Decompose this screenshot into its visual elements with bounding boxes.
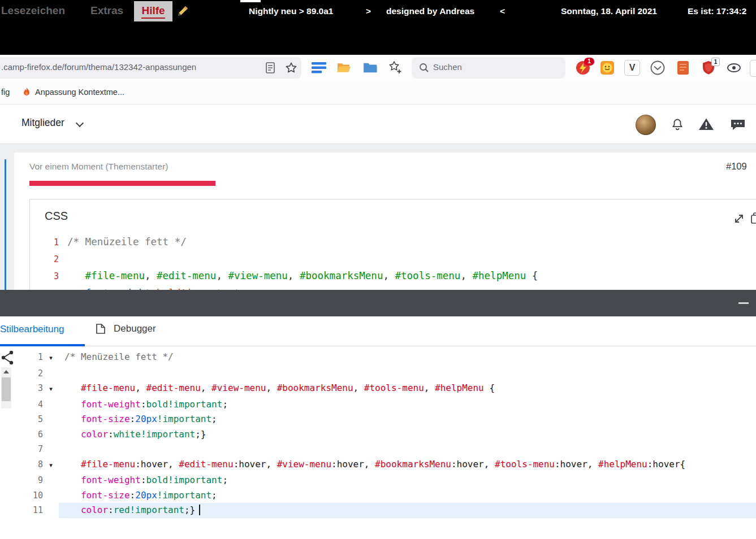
navigation-toolbar: .camp-firefox.de/forum/thema/132342-anpa… xyxy=(0,55,756,81)
code-line-5[interactable]: 5 font-size:20px!important; xyxy=(0,412,756,427)
window-title-version: Nightly neu > 89.0a1 xyxy=(249,6,333,16)
extension-icon-orange-doc[interactable] xyxy=(675,60,691,76)
orange-doc-icon xyxy=(675,60,691,76)
post-number[interactable]: #109 xyxy=(726,161,747,172)
url-bar[interactable]: .camp-firefox.de/forum/thema/132342-anpa… xyxy=(0,57,301,79)
extension-icon-cut[interactable] xyxy=(750,60,756,77)
menu-bar: Lesezeichen Extras Hilfe Nightly neu > 8… xyxy=(0,0,756,55)
chevron-down-icon xyxy=(76,119,84,127)
flame-icon xyxy=(21,86,32,98)
extension-icon-red-bolt[interactable]: 1 xyxy=(575,60,591,76)
bookmark-star-icon[interactable] xyxy=(286,62,297,73)
minimize-icon[interactable] xyxy=(738,302,749,304)
window-drag-indicator xyxy=(240,0,261,2)
text-cursor xyxy=(199,505,200,515)
bookmark-item-anpassung[interactable]: Anpassung Kontextme... xyxy=(35,88,124,97)
code-line-1[interactable]: 1▾/* Menüzeile fett */ xyxy=(0,350,756,366)
code-line-6[interactable]: 6 color:white!important;} xyxy=(0,427,756,442)
devtools-panel: Stilbearbeitung Debugger 1▾/* Men xyxy=(0,290,756,539)
extension-icon-css-smiley[interactable] xyxy=(599,60,615,76)
window-title-author: designed by Andreas xyxy=(386,6,474,16)
warning-icon[interactable] xyxy=(698,117,715,132)
css-smiley-icon xyxy=(599,60,615,76)
bell-icon[interactable] xyxy=(669,117,685,132)
star-plus-icon[interactable] xyxy=(388,60,403,75)
code-line-3[interactable]: 3 #file-menu, #edit-menu, #view-menu, #b… xyxy=(30,268,756,285)
code-line-9[interactable]: 9 font-weight:bold!important; xyxy=(0,473,756,488)
extension-badge: 1 xyxy=(711,58,720,66)
code-line-1[interactable]: 1/* Menüzeile fett */ xyxy=(30,234,756,251)
extension-icon-pocket[interactable] xyxy=(650,60,666,76)
bookmark-item-cut[interactable]: fig xyxy=(1,88,10,97)
folder-blue-icon[interactable] xyxy=(362,61,378,75)
code-block-title: CSS xyxy=(45,210,68,223)
menu-item-hilfe[interactable]: Hilfe xyxy=(134,1,172,21)
code-line-4[interactable]: 4 font-weight:bold!important; xyxy=(0,397,756,412)
code-block-card: CSS 1/* Menüzeile fett */23 #file-menu, … xyxy=(29,199,756,290)
left-accent-line xyxy=(5,159,6,290)
post-meta: Vor einem Moment (Themenstarter) xyxy=(29,162,169,172)
chat-icon[interactable] xyxy=(729,118,746,132)
firefox-window: Lesezeichen Extras Hilfe Nightly neu > 8… xyxy=(0,0,756,539)
code-line-4[interactable]: 4 font-weight:bold!important; xyxy=(30,285,756,290)
nav-mitglieder[interactable]: Mitglieder xyxy=(21,117,64,129)
reader-view-icon[interactable] xyxy=(266,62,275,73)
code-line-7[interactable]: 7 xyxy=(0,442,756,457)
bookmarks-toolbar: fig Anpassung Kontextme... xyxy=(0,81,756,105)
window-title-sep2: < xyxy=(500,6,505,16)
extension-icon-ublock[interactable]: 1 xyxy=(701,60,716,76)
eye-icon xyxy=(726,60,742,76)
window-title-clock: Es ist: 17:34:2 xyxy=(688,6,746,16)
devtools-titlebar[interactable] xyxy=(0,290,756,316)
devtools-tabbar: Stilbearbeitung Debugger xyxy=(0,316,756,346)
menu-item-extras[interactable]: Extras xyxy=(90,5,123,17)
style-editor-source[interactable]: 1▾/* Menüzeile fett */23▾ #file-menu, #e… xyxy=(0,350,756,518)
forum-page-background: Vor einem Moment (Themenstarter) #109 CS… xyxy=(0,144,756,290)
menu-item-hilfe-label: Hilfe xyxy=(141,5,165,19)
post-divider-red xyxy=(29,181,215,186)
tab-debugger[interactable]: Debugger xyxy=(94,323,156,334)
code-line-2[interactable]: 2 xyxy=(0,366,756,381)
violentmonkey-letter: V xyxy=(624,60,640,76)
user-avatar[interactable] xyxy=(636,115,656,135)
search-icon xyxy=(419,63,429,73)
code-line-11[interactable]: 11 color:red!important;} xyxy=(0,503,756,518)
search-placeholder: Suchen xyxy=(433,62,462,72)
style-editor: 1▾/* Menüzeile fett */23▾ #file-menu, #e… xyxy=(0,346,756,539)
tab-debugger-label: Debugger xyxy=(114,323,156,334)
code-line-2[interactable]: 2 xyxy=(30,251,756,268)
copy-icon[interactable] xyxy=(750,212,756,224)
forum-post-card: Vor einem Moment (Themenstarter) #109 CS… xyxy=(14,153,756,290)
window-title-sep1: > xyxy=(366,6,371,16)
debugger-icon xyxy=(94,323,107,334)
folder-open-icon[interactable] xyxy=(336,61,352,75)
code-line-3[interactable]: 3▾ #file-menu, #edit-menu, #view-menu, #… xyxy=(0,381,756,397)
extension-icon-eye[interactable] xyxy=(726,60,742,76)
extension-icon-violentmonkey[interactable]: V xyxy=(624,60,640,76)
forum-site-header: Mitglieder xyxy=(0,105,756,144)
window-title-date: Sonntag, 18. April 2021 xyxy=(561,6,657,16)
url-text[interactable]: .camp-firefox.de/forum/thema/132342-anpa… xyxy=(1,62,261,73)
tab-stilbearbeitung[interactable]: Stilbearbeitung xyxy=(0,324,64,335)
code-line-8[interactable]: 8▾ #file-menu:hover, #edit-menu:hover, #… xyxy=(0,457,756,473)
search-bar[interactable]: Suchen xyxy=(412,57,565,79)
pencil-icon[interactable] xyxy=(177,5,189,17)
toolbar-list-icon[interactable] xyxy=(311,61,328,75)
menu-item-lesezeichen[interactable]: Lesezeichen xyxy=(1,5,65,17)
code-line-10[interactable]: 10 font-size:20px!important; xyxy=(0,488,756,503)
extension-badge: 1 xyxy=(584,58,594,66)
forum-code-block[interactable]: 1/* Menüzeile fett */23 #file-menu, #edi… xyxy=(30,234,756,290)
pocket-icon xyxy=(650,60,666,76)
expand-icon[interactable] xyxy=(733,213,745,224)
